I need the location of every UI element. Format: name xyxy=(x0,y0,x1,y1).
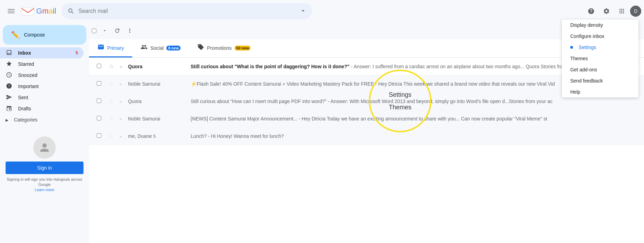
themes-label: Themes xyxy=(570,56,588,61)
search-icon xyxy=(67,7,74,15)
hangouts-description: Signing in will sign you into Hangouts a… xyxy=(6,177,84,188)
send-feedback-label: Send feedback xyxy=(570,78,603,84)
settings-dropdown: Display density Configure inbox Settings… xyxy=(562,19,638,97)
settings-icon[interactable] xyxy=(599,4,613,18)
sidebar-item-snoozed[interactable]: Snoozed xyxy=(0,70,84,81)
learn-more-link[interactable]: Learn more xyxy=(6,188,84,192)
row-important[interactable]: ▸ xyxy=(117,133,125,139)
row-star[interactable]: ☆ xyxy=(106,80,117,87)
starred-label: Starred xyxy=(18,61,78,67)
sidebar-item-inbox[interactable]: Inbox 5 xyxy=(0,47,84,58)
dropdown-send-feedback[interactable]: Send feedback xyxy=(562,75,638,86)
starred-icon xyxy=(6,61,13,68)
more-options-button[interactable] xyxy=(124,25,135,36)
categories-label: Categories xyxy=(14,117,38,123)
drafts-icon xyxy=(6,105,13,112)
row-checkbox[interactable] xyxy=(92,64,106,69)
sign-in-button[interactable]: Sign in xyxy=(6,162,84,174)
select-all-checkbox[interactable] xyxy=(92,29,96,33)
row-important[interactable]: ▸ xyxy=(117,116,125,122)
table-row[interactable]: ☆ ▸ Quora Still curious about "How can I… xyxy=(89,93,644,110)
row-checkbox[interactable] xyxy=(92,133,106,139)
sidebar-item-important[interactable]: Important xyxy=(0,81,84,92)
table-row[interactable]: ☆ ▸ Noble Samurai ⚡Flash Sale! 40% OFF C… xyxy=(89,75,644,93)
dropdown-help[interactable]: Help xyxy=(562,86,638,97)
row-subject: Lunch? - Hi Honey! Wanna meet for lunch? xyxy=(188,133,613,139)
sidebar: ✏️ Compose Inbox 5 Starred Snoozed xyxy=(0,22,89,243)
refresh-button[interactable] xyxy=(112,25,123,36)
row-star[interactable]: ☆ xyxy=(106,115,117,122)
row-star[interactable]: ☆ xyxy=(106,133,117,139)
settings-active-dot xyxy=(570,46,573,49)
sidebar-item-drafts[interactable]: Drafts xyxy=(0,103,84,114)
sidebar-item-starred[interactable]: Starred xyxy=(0,58,84,70)
row-subject: Still curious about "How can I nsert mul… xyxy=(188,99,613,104)
row-subject: [NEWS] Content Samurai Major Announcemen… xyxy=(188,116,613,122)
inbox-tabs: Primary Social 8 new Promotions 50 new xyxy=(89,39,644,58)
tab-social-label: Social xyxy=(150,45,164,51)
search-box[interactable] xyxy=(62,3,312,19)
table-row[interactable]: ☆ ▸ Quora Still curious about "What is t… xyxy=(89,58,644,75)
svg-rect-0 xyxy=(8,9,15,10)
row-sender: Quora xyxy=(125,64,188,69)
snoozed-label: Snoozed xyxy=(18,72,78,78)
search-input[interactable] xyxy=(78,8,300,14)
sent-label: Sent xyxy=(18,95,78,100)
social-badge: 8 new xyxy=(166,46,181,50)
tab-social[interactable]: Social 8 new xyxy=(132,39,189,57)
primary-tab-icon xyxy=(97,44,104,52)
dropdown-get-addons[interactable]: Get add-ons xyxy=(562,64,638,75)
row-important[interactable]: ▸ xyxy=(117,81,125,87)
get-addons-label: Get add-ons xyxy=(570,67,597,72)
row-sender: me, Duane 5 xyxy=(125,133,188,139)
row-important[interactable]: ▸ xyxy=(117,64,125,69)
important-label: Important xyxy=(18,84,78,89)
row-star[interactable]: ☆ xyxy=(106,98,117,104)
help-label: Help xyxy=(570,89,580,95)
sidebar-item-sent[interactable]: Sent xyxy=(0,92,84,103)
promotions-badge: 50 new xyxy=(234,46,251,50)
app-body: ✏️ Compose Inbox 5 Starred Snoozed xyxy=(0,22,644,243)
dropdown-settings[interactable]: Settings xyxy=(562,42,638,53)
select-dropdown-btn[interactable] xyxy=(99,25,110,36)
compose-icon: ✏️ xyxy=(11,31,20,39)
table-row[interactable]: ☆ ▸ Noble Samurai [NEWS] Content Samurai… xyxy=(89,110,644,127)
tab-primary-label: Primary xyxy=(107,45,124,51)
display-density-label: Display density xyxy=(570,22,603,28)
dropdown-display-density[interactable]: Display density xyxy=(562,19,638,31)
row-checkbox[interactable] xyxy=(92,99,106,104)
drafts-label: Drafts xyxy=(18,106,78,111)
inbox-label: Inbox xyxy=(18,50,70,56)
app-logo: Gmail xyxy=(21,6,56,17)
tab-primary[interactable]: Primary xyxy=(89,39,132,57)
inbox-icon xyxy=(6,49,13,57)
dropdown-themes[interactable]: Themes xyxy=(562,53,638,64)
main-content: 1–5 of 5 Primary xyxy=(89,22,644,243)
avatar[interactable]: D xyxy=(630,6,641,17)
topbar: Gmail D xyxy=(0,0,644,22)
promotions-tab-icon xyxy=(197,44,204,52)
table-row[interactable]: ☆ ▸ me, Duane 5 Lunch? - Hi Honey! Wanna… xyxy=(89,127,644,145)
hangouts-avatar xyxy=(33,136,56,159)
inbox-badge: 5 xyxy=(75,50,78,55)
grid-icon[interactable] xyxy=(615,4,629,18)
help-icon[interactable] xyxy=(584,4,598,18)
snoozed-icon xyxy=(6,72,13,79)
row-checkbox[interactable] xyxy=(92,116,106,122)
row-checkbox[interactable] xyxy=(92,81,106,87)
row-star[interactable]: ☆ xyxy=(106,63,117,70)
hangouts-panel: Sign in Signing in will sign you into Ha… xyxy=(0,131,89,197)
compose-button[interactable]: ✏️ Compose xyxy=(3,25,86,45)
compose-label: Compose xyxy=(24,32,45,38)
email-toolbar: 1–5 of 5 xyxy=(89,22,644,39)
row-sender: Noble Samurai xyxy=(125,116,188,122)
categories-toggle[interactable]: ▸ Categories xyxy=(0,114,84,125)
search-dropdown-icon[interactable] xyxy=(300,7,307,15)
settings-label: Settings xyxy=(579,45,596,50)
configure-inbox-label: Configure inbox xyxy=(570,33,604,39)
menu-icon[interactable] xyxy=(3,3,19,19)
row-important[interactable]: ▸ xyxy=(117,99,125,104)
dropdown-configure-inbox[interactable]: Configure inbox xyxy=(562,31,638,42)
tab-promotions-label: Promotions xyxy=(207,45,232,51)
tab-promotions[interactable]: Promotions 50 new xyxy=(189,39,259,57)
